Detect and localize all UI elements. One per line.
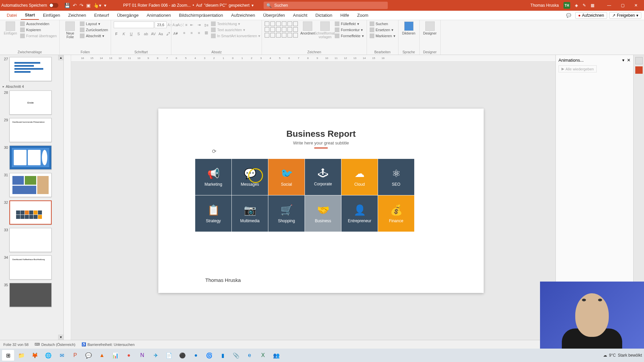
case-button[interactable]: Aa	[158, 32, 163, 36]
find-button[interactable]: Suchen	[370, 21, 395, 26]
bold-button[interactable]: F	[114, 32, 119, 36]
copy-button[interactable]: Kopieren	[20, 27, 57, 32]
slide-thumbnails-panel[interactable]: ▴ 27 Abschnitt 4 28 Ende 29 Dashboard ko…	[0, 55, 64, 340]
smartart-button[interactable]: In SmartArt konvertieren ▾	[211, 34, 260, 38]
section-button[interactable]: Abschnitt ▾	[80, 34, 108, 38]
shape-gallery[interactable]	[265, 21, 298, 38]
author-name[interactable]: Thomas Hruska	[205, 277, 241, 283]
quick-styles-button[interactable]: Schnellformat-vorlagen	[317, 21, 333, 39]
numbering-icon[interactable]: ⋮≡	[181, 23, 187, 27]
firefox-icon[interactable]: 🦊	[29, 350, 41, 361]
diamond-icon[interactable]: ◈	[575, 3, 578, 8]
obs-icon[interactable]: ⚫	[176, 350, 189, 361]
increase-font-icon[interactable]: A↑	[167, 23, 172, 27]
search-box[interactable]: 🔍 Suchen	[264, 2, 388, 9]
tab-start[interactable]: Start	[21, 11, 39, 20]
redo-icon[interactable]: ↷	[79, 3, 84, 8]
slide-thumbnail-30[interactable]	[9, 145, 52, 170]
slide-subtitle[interactable]: Write here your great subtitle	[158, 140, 484, 145]
line-spacing-icon[interactable]: ‡≡	[204, 23, 209, 27]
chrome-icon[interactable]: 🌐	[42, 350, 54, 361]
app-icon[interactable]: 📄	[163, 350, 175, 361]
tile-marketing[interactable]: 📢Marketing	[195, 159, 231, 195]
spacing-button[interactable]: AV	[151, 32, 156, 36]
close-button[interactable]: ✕	[629, 0, 643, 11]
app-icon[interactable]: 📎	[230, 350, 242, 361]
powerpoint-icon[interactable]: P	[69, 350, 81, 361]
new-slide-button[interactable]: Neue Folie	[62, 21, 78, 39]
shape-fill-button[interactable]: Fülleffekt ▾	[335, 21, 364, 26]
reset-button[interactable]: Zurücksetzen	[80, 27, 108, 32]
highlight-button[interactable]: 🖍	[165, 32, 171, 36]
font-family-input[interactable]	[114, 21, 154, 28]
font-size-input[interactable]	[155, 21, 167, 28]
accessibility-check[interactable]: ♿Barrierefreiheit: Untersuchen	[82, 342, 135, 347]
tab-ansicht[interactable]: Ansicht	[289, 11, 312, 20]
save-icon[interactable]: 💾	[64, 3, 70, 8]
slide-thumbnail-32[interactable]	[9, 200, 52, 225]
tile-finance[interactable]: 💰Finance	[378, 195, 414, 232]
slide-thumbnail-33[interactable]	[9, 228, 52, 252]
share-button[interactable]: ↗Freigeben▾	[609, 12, 641, 19]
tile-multimedia[interactable]: 📷Multimedia	[232, 195, 268, 232]
tab-überprüfen[interactable]: Überprüfen	[259, 11, 289, 20]
bullets-icon[interactable]: ≡	[174, 23, 179, 27]
slide-thumbnail-35[interactable]	[9, 283, 52, 307]
pen-icon[interactable]: ✎	[583, 3, 586, 8]
undo-icon[interactable]: ↶	[73, 3, 77, 8]
touch-icon[interactable]: 👆▾	[93, 3, 101, 8]
rail-button-1[interactable]	[635, 57, 643, 64]
weather-widget[interactable]: ☁ 9°C Stark bewölkt	[603, 353, 642, 358]
scroll-down-icon[interactable]: ▾	[58, 335, 63, 340]
tab-aufzeichnen[interactable]: Aufzeichnen	[227, 11, 259, 20]
slide-title[interactable]: Business Report	[158, 129, 484, 139]
rotate-handle-icon[interactable]: ⟳	[212, 148, 216, 155]
slide-canvas-area[interactable]: 1615141312111098765432101234567891011121…	[71, 55, 555, 340]
comments-icon[interactable]: 💬	[564, 12, 573, 18]
slide[interactable]: Business Report Write here your great su…	[158, 109, 484, 293]
cut-button[interactable]: Ausschneiden	[20, 21, 57, 26]
onenote-icon[interactable]: N	[136, 350, 148, 361]
maximize-button[interactable]: ▢	[616, 0, 629, 11]
edge-icon[interactable]: e	[244, 350, 256, 361]
italic-button[interactable]: K	[121, 32, 126, 36]
shadow-button[interactable]: ab	[143, 32, 149, 36]
tile-strategy[interactable]: 📋Strategy	[195, 195, 231, 232]
tab-einfügen[interactable]: Einfügen	[39, 11, 64, 20]
tile-cloud[interactable]: ☁Cloud	[341, 159, 378, 195]
slide-thumbnail-28[interactable]: Ende	[9, 90, 52, 115]
layout-button[interactable]: Layout ▾	[80, 21, 108, 26]
format-painter-button[interactable]: Format übertragen	[20, 34, 57, 38]
rail-button-active[interactable]	[635, 66, 643, 74]
chevron-down-icon[interactable]: ▾	[622, 58, 625, 63]
strike-button[interactable]: S	[136, 32, 141, 36]
user-avatar[interactable]: TH	[564, 2, 570, 9]
app-icon[interactable]: 📊	[109, 350, 121, 361]
telegram-icon[interactable]: ✈	[150, 350, 162, 361]
justify-icon[interactable]: ≡	[196, 31, 202, 35]
outlook-icon[interactable]: ✉	[56, 350, 68, 361]
shape-outline-button[interactable]: Formkontur ▾	[335, 27, 364, 32]
align-right-icon[interactable]: ≡	[189, 31, 194, 35]
excel-icon[interactable]: X	[257, 350, 269, 361]
scroll-up-icon[interactable]: ▴	[58, 55, 63, 60]
language-indicator[interactable]: ⌨Deutsch (Österreich)	[35, 342, 75, 347]
align-text-button[interactable]: Text ausrichten ▾	[211, 27, 260, 32]
vlc-icon[interactable]: ▲	[96, 350, 108, 361]
tile-shopping[interactable]: 🛒Shopping	[268, 195, 305, 232]
paste-button[interactable]: Einfügen	[3, 21, 18, 35]
play-all-button[interactable]: ▶ Alle wiedergeben	[558, 65, 597, 72]
user-name[interactable]: Thomas Hruska	[530, 3, 559, 8]
close-icon[interactable]: ✕	[627, 58, 631, 63]
present-icon[interactable]: ▣	[86, 3, 91, 8]
indent-dec-icon[interactable]: ⇤	[189, 23, 194, 27]
slide-counter[interactable]: Folie 32 von 58	[3, 343, 29, 347]
dictate-button[interactable]: Diktieren	[401, 21, 417, 35]
toggle-switch-icon[interactable]	[49, 3, 58, 8]
app-icon[interactable]: ●	[123, 350, 135, 361]
align-center-icon[interactable]: ≡	[181, 31, 187, 35]
designer-button[interactable]: Designer	[422, 21, 438, 35]
shape-effects-button[interactable]: Formeffekte ▾	[335, 34, 364, 38]
start-button[interactable]: ⊞	[2, 350, 14, 361]
tile-seo[interactable]: ⚛SEO	[378, 159, 414, 195]
